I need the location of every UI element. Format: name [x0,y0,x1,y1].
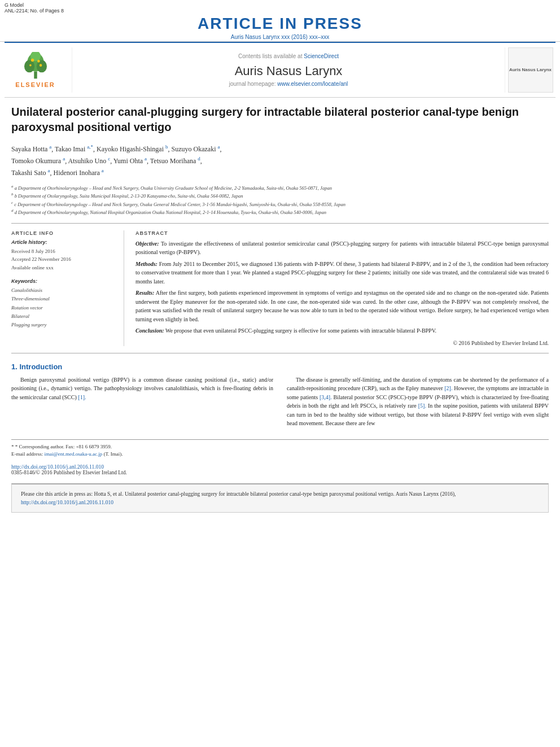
intro-right-p1: The disease is generally self-limiting, … [287,375,549,428]
article-info-column: ARTICLE INFO Article history: Received 8… [11,230,124,346]
issn-text: 0385-8146/© 2016 Published by Elsevier I… [11,470,127,475]
abstract-conclusion: Conclusion: We propose that even unilate… [135,326,549,335]
citation-url[interactable]: http://dx.doi.org/10.1016/j.anl.2016.11.… [21,500,113,505]
article-info-heading: ARTICLE INFO [11,230,116,236]
affiliations: a a Department of Otorhinolaryngology – … [11,184,549,216]
svg-point-8 [39,64,42,67]
journal-homepage: journal homepage: www.elsevier.com/locat… [229,81,348,87]
objective-text: To investigate the effectiveness of unil… [135,241,549,256]
author-sayaka: Sayaka Hotta a, Takao Imai a,*, Kayoko H… [11,145,221,153]
email-link[interactable]: imai@ent.med.osaka-u.ac.jp [44,451,102,457]
keywords-section: Keywords: Canalolithiasis Three-dimensio… [11,278,116,329]
ref-3-4[interactable]: [3,4]. [320,394,332,400]
abstract-objective: Objective: To investigate the effectiven… [135,239,549,257]
corresponding-text: * Corresponding author. Fax: +81 6 6879 … [15,444,112,449]
svg-point-7 [29,64,32,67]
top-bar: G Model ANL-2214; No. of Pages 8 ARTICLE… [0,0,560,42]
intro-title: Introduction [19,362,62,371]
svg-point-6 [37,60,40,63]
keyword-1: Canalolithiasis [11,286,116,295]
journal-title: Auris Nasus Larynx [235,64,343,78]
methods-label: Methods: [135,261,158,267]
main-content: Unilateral posterior canal-plugging surg… [0,98,560,519]
affiliation-c: c c Department of Otorhinolaryngology – … [11,200,549,208]
journal-header: ELSEVIER Contents lists available at Sci… [5,42,555,98]
elsevier-tree-icon [19,52,53,80]
footnote-section: * * Corresponding author. Fax: +81 6 687… [11,439,549,458]
elsevier-logo: ELSEVIER [15,52,55,88]
keywords-label: Keywords: [11,278,116,284]
doi-link[interactable]: http://dx.doi.org/10.1016/j.anl.2016.11.… [11,464,104,470]
author-takashi: Takashi Sato a, Hidenori Inohara a [11,169,104,177]
authors: Sayaka Hotta a, Takao Imai a,*, Kayoko H… [11,143,549,179]
abstract-heading: ABSTRACT [135,230,549,236]
article-in-press-banner: ARTICLE IN PRESS [5,15,555,33]
email-name: (T. Imai). [104,451,123,457]
keyword-3: Rotation vector [11,304,116,312]
corr-star: * [11,444,14,449]
objective-label: Objective: [135,241,159,247]
results-text: After the first surgery, both patients e… [135,290,549,322]
doi-section: http://dx.doi.org/10.1016/j.anl.2016.11.… [11,464,549,475]
methods-text: From July 2011 to December 2015, we diag… [135,261,549,285]
affiliation-b: b b Department of Otolaryngology, Suita … [11,191,549,200]
model-info: G Model ANL-2214; No. of Pages 8 [5,2,555,14]
ref-1[interactable]: [1]. [78,394,86,400]
accepted-date: Accepted 22 November 2016 [11,255,116,263]
keyword-5: Plugging surgery [11,321,116,329]
abstract-methods: Methods: From July 2011 to December 2015… [135,260,549,286]
ref-2[interactable]: [2]. [444,385,452,391]
divider-1 [11,223,549,224]
svg-rect-0 [34,72,37,79]
intro-two-col: Benign paroxysmal positional vertigo (BP… [11,375,549,431]
intro-num: 1. [11,362,18,371]
corresponding-footnote: * * Corresponding author. Fax: +81 6 687… [11,443,549,451]
article-title: Unilateral posterior canal-plugging surg… [11,104,549,135]
abstract-results: Results: After the first surgery, both p… [135,289,549,324]
results-label: Results: [135,290,154,296]
journal-center-info: Contents lists available at ScienceDirec… [72,47,505,93]
divider-2 [11,353,549,353]
citation-text: Please cite this article in press as: Ho… [21,491,456,497]
model-label: G Model [5,2,24,8]
keyword-2: Three-dimensional [11,295,116,303]
intro-col-right: The disease is generally self-limiting, … [287,375,549,431]
email-footnote: E-mail address: imai@ent.med.osaka-u.ac.… [11,451,549,458]
affiliation-a: a a Department of Otorhinolaryngology – … [11,184,549,192]
author-tomoko: Tomoko Okumura a, Atsuhiko Uno c, Yumi O… [11,157,202,165]
journal-thumbnail: Auris Nasus Larynx [508,47,553,93]
svg-point-2 [24,60,34,73]
affiliation-d: d d Department of Otorhinolaryngology, N… [11,208,549,216]
ref-5[interactable]: [5]. [418,403,426,409]
conclusion-label: Conclusion: [135,327,164,334]
keyword-4: Bilateral [11,312,116,321]
available-online: Available online xxx [11,264,116,272]
model-num: ANL-2214; No. of Pages 8 [5,8,64,14]
homepage-text: journal homepage: [229,81,276,87]
homepage-url[interactable]: www.elsevier.com/locate/anl [277,81,348,87]
intro-col-left: Benign paroxysmal positional vertigo (BP… [11,375,273,431]
journal-ref: Auris Nasus Larynx xxx (2016) xxx–xxx [5,34,555,40]
history-label: Article history: [11,239,116,245]
intro-p1-text: Benign paroxysmal positional vertigo (BP… [11,377,273,400]
intro-heading: 1. Introduction [11,362,549,371]
received-date: Received 8 July 2016 [11,247,116,255]
abstract-column: ABSTRACT Objective: To investigate the e… [135,230,549,346]
journal-logo-right: Auris Nasus Larynx [505,47,555,93]
conclusion-text: We propose that even unilateral PSCC-plu… [165,327,436,334]
email-label: E-mail address: [11,451,43,457]
elsevier-logo-container: ELSEVIER [5,47,72,93]
elsevier-text: ELSEVIER [15,81,55,88]
sciencedirect-anchor[interactable]: ScienceDirect [304,53,339,59]
contents-text: Contents lists available at [238,53,302,59]
article-info-abstract: ARTICLE INFO Article history: Received 8… [11,230,549,346]
citation-bar: Please cite this article in press as: Ho… [11,483,549,513]
sciencedirect-link[interactable]: Contents lists available at ScienceDirec… [238,53,339,59]
intro-p1: Benign paroxysmal positional vertigo (BP… [11,375,273,402]
copyright-text: © 2016 Published by Elsevier Ireland Ltd… [135,340,549,346]
svg-point-5 [30,59,33,62]
